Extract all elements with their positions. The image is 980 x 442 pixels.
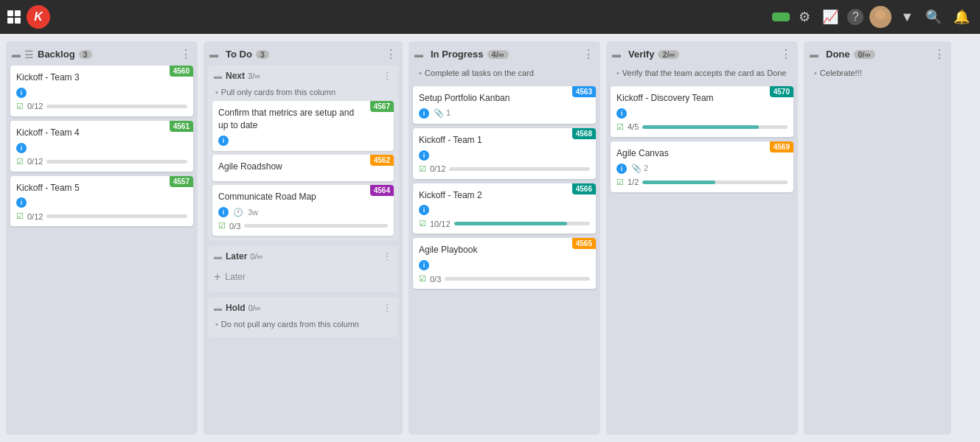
card-title-4557: Kickoff - Team 5 (16, 182, 187, 194)
check-icon-4557: ☑ (16, 211, 24, 221)
attach-icon-4569: 📎 2 (631, 164, 648, 173)
col-menu-backlog[interactable]: ⋮ (180, 47, 192, 61)
task-count-4568: 0/12 (430, 164, 445, 173)
col-menu-verify[interactable]: ⋮ (780, 47, 792, 61)
card-4565[interactable]: 4565Agile Playbooki ☑ 0/3 (413, 238, 596, 289)
card-title-4566: Kickoff - Team 2 (419, 189, 590, 202)
card-meta-4566: i (419, 205, 590, 215)
add-card-button[interactable] (772, 13, 790, 21)
col-count-done: 0/∞ (854, 50, 875, 59)
sublane-menu-later[interactable]: ⋮ (382, 250, 392, 262)
progress-bar-bg-4564 (244, 224, 388, 228)
col-count-verify: 2/∞ (658, 50, 679, 59)
info-icon-4563[interactable]: i (419, 108, 429, 119)
topnav: K ⚙ 📈 ? ▼ 🔍 🔔 (0, 0, 980, 34)
card-badge-4568: 4568 (572, 128, 596, 139)
help-icon[interactable]: ? (847, 9, 863, 25)
sublane-title-later: Later 0/∞ (226, 251, 263, 262)
progress-bar-fill-4569 (642, 180, 715, 184)
filter-icon[interactable]: ▼ (897, 7, 917, 28)
sublane-add-later[interactable]: +Later (208, 267, 398, 287)
card-progress-4565: ☑ 0/3 (419, 274, 590, 284)
sublane-menu-next[interactable]: ⋮ (382, 70, 392, 82)
clock-label-4564: 3w (248, 208, 258, 217)
card-title-4560: Kickoff - Team 3 (16, 71, 187, 84)
sublane-menu-hold[interactable]: ⋮ (382, 302, 392, 314)
col-body-done: Celebrate!!! (804, 66, 951, 435)
info-icon-4569[interactable]: i (616, 164, 627, 174)
info-icon-4565[interactable]: i (419, 260, 429, 270)
sublane-cards-later (208, 287, 398, 292)
col-title-backlog: Backlog 3 (38, 49, 92, 60)
info-icon-4557[interactable]: i (16, 197, 27, 208)
card-meta-4560: i (16, 88, 187, 98)
progress-bar-bg-4568 (449, 167, 590, 171)
card-meta-4570: i (616, 108, 788, 119)
sublane-later: ▬ Later 0/∞ ⋮ +Later (208, 246, 398, 292)
chart-icon[interactable]: 📈 (819, 6, 841, 28)
info-icon-4568[interactable]: i (419, 150, 429, 161)
card-meta-4568: i (419, 150, 590, 161)
card-4569[interactable]: 4569Agile Canvasi📎 2 ☑ 1/2 (611, 141, 793, 192)
task-count-4560: 0/12 (27, 102, 43, 110)
sublane-count-hold: 0/∞ (249, 304, 261, 312)
col-menu-inprogress[interactable]: ⋮ (583, 47, 594, 61)
info-icon-4566[interactable]: i (419, 205, 429, 215)
col-drag-backlog: ▬ (12, 49, 21, 60)
col-icon-backlog: ☰ (24, 49, 34, 60)
col-menu-done[interactable]: ⋮ (934, 47, 945, 61)
settings-icon[interactable]: ⚙ (796, 6, 813, 28)
app-grid-icon[interactable] (7, 10, 21, 24)
col-count-todo: 3 (256, 50, 269, 59)
col-body-verify: Verify that the team accepts the card as… (606, 66, 798, 435)
info-icon-4560[interactable]: i (16, 88, 27, 98)
progress-bar-fill-4570 (642, 125, 758, 129)
sublane-drag-later: ▬ (214, 252, 222, 261)
sublane-policy-hold: Do not pull any cards from this column (208, 318, 398, 333)
info-icon-4564[interactable]: i (218, 207, 229, 217)
card-4560[interactable]: 4560Kickoff - Team 3i ☑ 0/12 (10, 66, 193, 116)
card-meta-4564: i🕐3w (218, 207, 388, 217)
clock-icon-4564: 🕐 (233, 208, 243, 217)
card-4564[interactable]: 4564Communicate Road Mapi🕐3w ☑ 0/3 (212, 185, 394, 236)
info-icon-4570[interactable]: i (616, 108, 627, 119)
progress-bar-bg-4569 (642, 180, 788, 184)
info-icon-4567[interactable]: i (218, 136, 229, 146)
column-backlog: ▬ ☰ Backlog 3 ⋮ 4560Kickoff - Team 3i ☑ … (6, 41, 198, 435)
card-meta-4567: i (218, 136, 388, 146)
card-badge-4565: 4565 (572, 238, 596, 249)
sublane-policy-next: Pull only cards from this column (208, 86, 398, 101)
card-title-4564: Communicate Road Map (218, 191, 388, 203)
column-todo: ▬ To Do 3 ⋮ ▬ Next 3/∞ ⋮ Pull only cards… (204, 41, 403, 435)
card-meta-4557: i (16, 197, 187, 208)
notifications-icon[interactable]: 🔔 (951, 6, 973, 28)
card-4566[interactable]: 4566Kickoff - Team 2i ☑ 10/12 (413, 183, 596, 234)
card-4567[interactable]: 4567Confirm that metrics are setup and u… (212, 101, 394, 151)
board: ▬ ☰ Backlog 3 ⋮ 4560Kickoff - Team 3i ☑ … (0, 34, 980, 442)
card-4562[interactable]: 4562Agile Roadshow (212, 155, 394, 182)
card-4563[interactable]: 4563Setup Portfolio Kanbani📎 1 (413, 86, 596, 124)
info-icon-4561[interactable]: i (16, 143, 27, 153)
card-title-4569: Agile Canvas (616, 147, 788, 160)
card-progress-4561: ☑ 0/12 (16, 157, 187, 166)
check-icon-4566: ☑ (419, 219, 426, 228)
search-icon[interactable]: 🔍 (922, 6, 945, 28)
progress-bar-bg-4570 (642, 125, 788, 129)
user-avatar[interactable] (869, 6, 892, 28)
card-title-4565: Agile Playbook (419, 244, 590, 256)
card-4568[interactable]: 4568Kickoff - Team 1i ☑ 0/12 (413, 128, 596, 179)
card-4561[interactable]: 4561Kickoff - Team 4i ☑ 0/12 (10, 121, 193, 172)
check-icon-4561: ☑ (16, 157, 24, 166)
check-icon-4564: ☑ (218, 221, 226, 231)
svg-point-0 (875, 10, 886, 20)
progress-bar-bg-4566 (454, 222, 590, 225)
column-done: ▬ Done 0/∞ ⋮ Celebrate!!! (804, 41, 951, 435)
col-count-inprogress: 4/∞ (487, 50, 509, 59)
card-badge-4561: 4561 (170, 121, 193, 132)
col-policy-verify: Verify that the team accepts the card as… (611, 66, 793, 82)
card-4557[interactable]: 4557Kickoff - Team 5i ☑ 0/12 (10, 176, 193, 227)
card-progress-4557: ☑ 0/12 (16, 211, 187, 221)
card-4570[interactable]: 4570Kickoff - Discovery Teami ☑ 4/5 (611, 86, 793, 137)
progress-bar-bg-4560 (46, 105, 187, 108)
col-menu-todo[interactable]: ⋮ (385, 47, 397, 61)
